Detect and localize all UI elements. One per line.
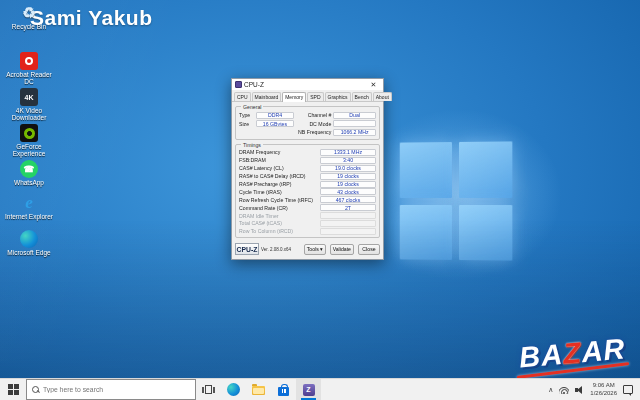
- tab-graphics[interactable]: Graphics: [325, 92, 351, 101]
- general-row: Type DDR4 Channel # Dual: [239, 111, 376, 120]
- field-label: NB Frequency: [296, 129, 331, 135]
- timing-row: Command Rate (CR) 2T: [239, 204, 376, 212]
- channel-value: Dual: [333, 112, 376, 119]
- cpuz-footer: CPU-Z Ver. 2.08.0.x64 Tools ▾ Validate C…: [232, 240, 383, 259]
- timing-value: [320, 220, 376, 227]
- timing-label: Cycle Time (tRAS): [239, 189, 320, 195]
- taskbar-file-explorer-button[interactable]: [246, 379, 271, 400]
- timing-label: CAS# Latency (CL): [239, 165, 320, 171]
- edge-icon: [20, 230, 38, 248]
- edge-icon: [227, 383, 240, 396]
- groupbox-title: General: [241, 104, 263, 110]
- nvidia-icon: [20, 124, 38, 142]
- desktop-icon-acrobat[interactable]: Acrobat Reader DC: [2, 52, 56, 86]
- desktop-icon-label: Recycle Bin: [2, 23, 56, 30]
- windows-start-icon: [8, 384, 19, 395]
- cpuz-logo: CPU-Z: [235, 243, 259, 255]
- tab-mainboard[interactable]: Mainboard: [252, 92, 282, 101]
- dc-mode-value: [333, 120, 376, 127]
- tab-about[interactable]: About: [373, 92, 392, 101]
- task-view-button[interactable]: [196, 379, 221, 400]
- version-text: Ver. 2.08.0.x64: [261, 247, 291, 252]
- cpuz-taskbar-icon: Z: [303, 384, 315, 396]
- timing-row: Cycle Time (tRAS) 43 clocks: [239, 188, 376, 196]
- cpuz-titlebar[interactable]: CPU-Z ✕: [232, 79, 383, 90]
- desktop-icon-edge[interactable]: Microsoft Edge: [2, 230, 56, 256]
- search-icon: [32, 386, 39, 393]
- tab-spd[interactable]: SPD: [307, 92, 323, 101]
- timing-label: Row To Column (tRCD): [239, 228, 320, 234]
- timing-value: 19.0 clocks: [320, 165, 376, 172]
- field-label: Size: [239, 121, 254, 127]
- tray-overflow-chevron-icon[interactable]: ∧: [548, 386, 553, 394]
- timing-row: RAS# Precharge (tRP) 19 clocks: [239, 180, 376, 188]
- timing-label: Total CAS# (tCAS): [239, 220, 320, 226]
- timing-value: 467 clocks: [320, 196, 376, 203]
- tab-bench[interactable]: Bench: [352, 92, 372, 101]
- general-groupbox: General Type DDR4 Channel # Dual Size 16…: [235, 106, 380, 140]
- cpuz-window: CPU-Z ✕ CPU Mainboard Memory SPD Graphic…: [231, 78, 384, 260]
- chevron-down-icon: ▾: [320, 246, 323, 252]
- timing-row: DRAM Idle Timer: [239, 212, 376, 220]
- taskbar-clock[interactable]: 9:06 AM 1/26/2026: [590, 382, 617, 396]
- taskbar-edge-button[interactable]: [221, 379, 246, 400]
- timing-label: RAS# to CAS# Delay (tRCD): [239, 173, 320, 179]
- desktop-icon-internet-explorer[interactable]: e Internet Explorer: [2, 194, 56, 220]
- timing-label: DRAM Frequency: [239, 149, 320, 155]
- timing-label: Row Refresh Cycle Time (tRFC): [239, 197, 320, 203]
- system-tray: ∧ 9:06 AM 1/26/2026: [541, 379, 640, 400]
- desktop-icon-recycle-bin[interactable]: ♻ Recycle Bin: [2, 4, 56, 30]
- timing-row: RAS# to CAS# Delay (tRCD) 19 clocks: [239, 172, 376, 180]
- timing-value: 19 clocks: [320, 181, 376, 188]
- desktop-icon-label: GeForce Experience: [2, 143, 56, 158]
- file-explorer-icon: [252, 386, 265, 395]
- taskbar: Z ∧ 9:06 AM 1/26/2026: [0, 378, 640, 400]
- general-row: Size 16 GBytes DC Mode: [239, 120, 376, 129]
- tab-cpu[interactable]: CPU: [234, 92, 251, 101]
- internet-explorer-icon: e: [20, 194, 38, 212]
- timing-value: 3:40: [320, 157, 376, 164]
- timing-row: CAS# Latency (CL) 19.0 clocks: [239, 164, 376, 172]
- search-input[interactable]: [43, 386, 190, 393]
- timing-label: Command Rate (CR): [239, 205, 320, 211]
- taskbar-cpuz-button[interactable]: Z: [296, 379, 321, 400]
- action-center-icon[interactable]: [623, 385, 633, 394]
- microsoft-store-icon: [278, 387, 289, 396]
- close-button[interactable]: Close: [358, 244, 380, 255]
- timing-value: [320, 228, 376, 235]
- groupbox-title: Timings: [241, 142, 263, 148]
- timings-groupbox: Timings DRAM Frequency 1333.1 MHz FSB:DR…: [235, 144, 380, 239]
- whatsapp-icon: ☎: [20, 160, 38, 178]
- nb-frequency-value: 1066.2 MHz: [333, 129, 376, 136]
- desktop-icon-whatsapp[interactable]: ☎ WhatsApp: [2, 160, 56, 186]
- timing-row: Total CAS# (tCAS): [239, 220, 376, 228]
- timing-label: RAS# Precharge (tRP): [239, 181, 320, 187]
- field-label: Channel #: [296, 112, 331, 118]
- volume-icon[interactable]: [575, 386, 584, 394]
- taskbar-search[interactable]: [26, 379, 196, 400]
- timing-value: 1333.1 MHz: [320, 149, 376, 156]
- tools-button[interactable]: Tools ▾: [304, 244, 326, 255]
- timing-value: 2T: [320, 204, 376, 211]
- taskbar-store-button[interactable]: [271, 379, 296, 400]
- 4k-video-downloader-icon: 4K: [20, 88, 38, 106]
- close-icon[interactable]: ✕: [367, 79, 380, 90]
- tools-button-label: Tools: [307, 246, 319, 252]
- validate-button[interactable]: Validate: [330, 244, 354, 255]
- start-button[interactable]: [0, 379, 26, 400]
- desktop: Sami Yakub ♻ Recycle Bin Acrobat Reader …: [0, 0, 640, 400]
- timing-value: 19 clocks: [320, 173, 376, 180]
- network-icon[interactable]: [559, 386, 569, 394]
- desktop-icon-4k-downloader[interactable]: 4K 4K Video Downloader: [2, 88, 56, 122]
- clock-time: 9:06 AM: [590, 382, 617, 389]
- desktop-icon-label: Microsoft Edge: [2, 249, 56, 256]
- desktop-icon-label: Acrobat Reader DC: [2, 71, 56, 86]
- field-label: DC Mode: [296, 121, 331, 127]
- desktop-icon-label: Internet Explorer: [2, 213, 56, 220]
- desktop-icon-geforce[interactable]: GeForce Experience: [2, 124, 56, 158]
- timing-label: DRAM Idle Timer: [239, 213, 320, 219]
- clock-date: 1/26/2026: [590, 390, 617, 397]
- desktop-icon-label: WhatsApp: [2, 179, 56, 186]
- tab-memory[interactable]: Memory: [282, 92, 306, 102]
- timing-label: FSB:DRAM: [239, 157, 320, 163]
